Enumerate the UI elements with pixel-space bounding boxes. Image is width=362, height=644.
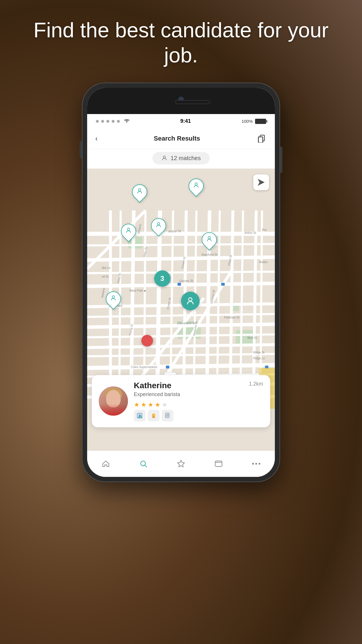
svg-text:Parkham St: Parkham St <box>224 316 239 319</box>
svg-point-87 <box>152 414 154 416</box>
map-area[interactable]: Arthur St Rainford St Davies St Clevelan… <box>87 169 275 451</box>
svg-text:nd St: nd St <box>102 275 109 278</box>
candidate-card[interactable]: Katherine 1.2km Experienced barista ★ ★ … <box>92 375 270 427</box>
nav-item-search[interactable] <box>125 460 162 468</box>
matches-badge: 12 matches <box>152 152 209 164</box>
svg-text:Mort St: Mort St <box>247 336 257 339</box>
svg-text:Rainford St: Rainford St <box>201 253 217 256</box>
svg-text:dlet Ln: dlet Ln <box>102 266 110 269</box>
svg-point-75 <box>138 189 141 191</box>
navigation-bar: ‹ Search Results <box>87 129 275 149</box>
dot-3 <box>259 463 260 465</box>
svg-text:Davies St: Davies St <box>179 279 193 283</box>
cluster-pin[interactable]: 3 <box>154 270 171 287</box>
stars-row: ★ ★ ★ ★ ★ <box>134 401 263 409</box>
badge-award <box>148 410 159 421</box>
selected-pin[interactable] <box>181 292 200 310</box>
matches-bar: 12 matches <box>87 149 275 169</box>
wifi-icon <box>124 119 130 124</box>
avatar-placeholder <box>99 386 128 416</box>
star-2: ★ <box>141 401 147 409</box>
dot-2 <box>255 463 257 465</box>
star-5: ★ <box>162 401 168 409</box>
badges-row <box>134 410 263 421</box>
headline: Find the best candidate for your job. <box>0 0 362 83</box>
location-button[interactable] <box>253 174 269 190</box>
svg-marker-82 <box>258 179 264 185</box>
svg-point-77 <box>157 223 160 225</box>
back-button[interactable]: ‹ <box>95 134 98 143</box>
battery-percent: 100% <box>242 119 253 124</box>
speaker <box>175 100 210 104</box>
status-bar: 9:41 100% <box>87 114 275 129</box>
svg-rect-1 <box>259 137 263 143</box>
map-pin-5[interactable] <box>202 232 217 250</box>
svg-text:Ward Park ■: Ward Park ■ <box>129 289 146 292</box>
copy-button[interactable] <box>256 133 267 144</box>
svg-text:Pro: Pro <box>262 228 267 231</box>
svg-line-15 <box>87 365 275 368</box>
svg-text:Ridge St: Ridge St <box>253 351 265 354</box>
phone-inner: 9:41 100% ‹ Search Results <box>87 88 275 477</box>
svg-text:Cleveland St: Cleveland St <box>177 321 196 325</box>
page-title: Search Results <box>154 135 200 142</box>
badge-document <box>162 410 173 421</box>
signal-dot-3 <box>106 120 109 123</box>
status-time: 9:41 <box>180 118 191 124</box>
star-4: ★ <box>155 401 161 409</box>
star-1: ★ <box>134 401 140 409</box>
svg-rect-69 <box>166 365 169 368</box>
red-pin[interactable] <box>141 335 153 346</box>
more-dots <box>252 463 260 465</box>
svg-text:Arthur St: Arthur St <box>245 231 256 234</box>
map-pin-3[interactable] <box>151 218 166 236</box>
nav-item-more[interactable] <box>237 463 275 465</box>
signal-area <box>96 119 130 124</box>
svg-rect-95 <box>215 461 222 467</box>
signal-dot-4 <box>112 120 115 123</box>
svg-point-3 <box>164 156 166 158</box>
shirt <box>99 404 128 416</box>
svg-text:Arthur St: Arthur St <box>168 229 181 233</box>
phone-outer: 9:41 100% ‹ Search Results <box>82 83 280 482</box>
nav-item-home[interactable] <box>87 460 125 468</box>
home-icon <box>102 460 110 468</box>
matches-count: 12 matches <box>171 155 201 162</box>
candidate-role: Experienced barista <box>134 391 263 398</box>
svg-text:Coles Supermarkets: Coles Supermarkets <box>131 365 157 368</box>
map-pin-4[interactable] <box>121 224 136 242</box>
phone-mockup: 9:41 100% ‹ Search Results <box>79 83 283 491</box>
map-pin-2[interactable] <box>189 178 204 197</box>
map-pin-1[interactable] <box>132 184 147 202</box>
svg-point-78 <box>127 228 130 230</box>
svg-line-28 <box>87 244 275 245</box>
battery-area: 100% <box>242 119 266 124</box>
map-pin-6[interactable] <box>106 291 121 309</box>
svg-point-79 <box>208 237 210 239</box>
avatar <box>99 386 128 416</box>
star-3: ★ <box>148 401 154 409</box>
person-icon-badge <box>161 155 168 161</box>
battery-fill <box>256 119 266 123</box>
svg-point-80 <box>112 296 115 298</box>
nav-item-favorites[interactable] <box>162 460 200 468</box>
nav-item-messages[interactable] <box>200 460 237 468</box>
svg-text:Ridge Ln: Ridge Ln <box>253 356 265 360</box>
phone-top-bar <box>87 88 275 114</box>
svg-text:Nobbs: Nobbs <box>259 260 268 263</box>
star-icon <box>177 460 185 468</box>
candidate-name: Katherine <box>134 381 171 390</box>
svg-point-76 <box>195 183 197 185</box>
candidate-distance: 1.2km <box>249 381 263 387</box>
svg-line-93 <box>145 466 147 467</box>
battery-icon <box>255 119 266 124</box>
message-icon <box>215 460 223 468</box>
signal-dot-1 <box>96 120 99 123</box>
svg-marker-94 <box>178 461 184 467</box>
svg-rect-67 <box>178 283 181 286</box>
bottom-nav <box>87 451 275 477</box>
badge-verified <box>134 410 145 421</box>
svg-point-92 <box>141 461 145 466</box>
signal-dot-2 <box>101 120 104 123</box>
svg-rect-68 <box>221 283 225 286</box>
